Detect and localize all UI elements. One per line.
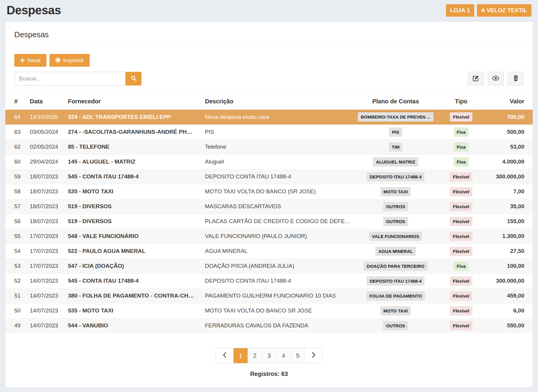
plan-badge: DEPOSITO ITAU 17488-4 xyxy=(367,276,425,286)
type-badge: Fixa xyxy=(454,142,469,152)
row-id: 55 xyxy=(5,229,27,244)
row-value: 35,00 xyxy=(482,199,533,214)
row-supplier: 535 - MOTO TAXI xyxy=(65,184,202,199)
page-button[interactable]: 2 xyxy=(248,348,262,363)
row-date: 14/07/2023 xyxy=(27,273,65,288)
table-row[interactable]: 55 17/07/2023 548 - VALE FUNCIONÁRIO VAL… xyxy=(5,229,533,244)
plan-badge: VALE FUNCIONARIOS xyxy=(369,232,422,241)
search-input[interactable] xyxy=(14,72,125,85)
row-description: MOTO TAXI VOLTA DO BANCO (SR JOSE) xyxy=(202,184,351,199)
table-row[interactable]: 49 14/07/2023 544 - VANUBIO FERRADURAS C… xyxy=(5,318,533,333)
row-supplier: 545 - CONTA ITAU 17488-4 xyxy=(65,273,202,288)
view-button[interactable] xyxy=(488,72,504,85)
page-button[interactable]: 4 xyxy=(276,348,290,363)
row-description: DOAÇÃO P/ICIA (ANDREIA JULIA) xyxy=(202,259,351,273)
row-id: 53 xyxy=(5,259,27,273)
type-badge: Flexível xyxy=(450,172,472,181)
type-badge: Flexível xyxy=(450,202,472,211)
previous-page-button[interactable] xyxy=(216,348,233,363)
row-description: MOTO TAXI VOLTA DO BANCO SR JOSE xyxy=(202,303,351,318)
row-id: 59 xyxy=(5,169,27,184)
row-description: DEPOSITO CONTA ITAU 17488-4 xyxy=(202,169,351,184)
row-date: 14/07/2023 xyxy=(27,318,65,333)
table-row[interactable]: 60 29/04/2024 145 - ALUGUEL - MATRIZ Alu… xyxy=(5,154,533,169)
row-value: 500,00 xyxy=(482,125,533,139)
search-button[interactable] xyxy=(125,72,142,85)
row-value: 300.000,00 xyxy=(482,169,533,184)
row-value: 6,00 xyxy=(482,303,533,318)
table-row[interactable]: 57 18/07/2023 519 - DIVERSOS MASCARAS DE… xyxy=(5,199,533,214)
row-id: 62 xyxy=(5,139,27,154)
print-label: Imprimir xyxy=(63,57,84,64)
row-value: 53,00 xyxy=(482,139,533,154)
pagination: 12345 xyxy=(216,348,322,363)
row-value: 459,00 xyxy=(482,288,533,303)
next-page-button[interactable] xyxy=(305,348,322,363)
page-button[interactable]: 3 xyxy=(262,348,276,363)
new-expense-button[interactable]: Nova xyxy=(14,54,46,67)
row-supplier: 274 - -SACOLITAS-GARANHUNS-ANDRÉ PH… xyxy=(65,125,202,139)
row-supplier: 145 - ALUGUEL - MATRIZ xyxy=(65,154,202,169)
table-row[interactable]: 50 14/07/2023 535 - MOTO TAXI MOTO TAXI … xyxy=(5,303,533,318)
row-supplier: 548 - VALE FUNCIONÁRIO xyxy=(65,229,202,244)
row-description: AGUA MINERAL xyxy=(202,244,351,259)
print-button[interactable]: Imprimir xyxy=(49,54,90,67)
row-value: 4.000,00 xyxy=(482,154,533,169)
row-supplier: 519 - DIVERSOS xyxy=(65,199,202,214)
table-row[interactable]: 59 18/07/2023 545 - CONTA ITAU 17488-4 D… xyxy=(5,169,533,184)
row-date: 03/05/2024 xyxy=(27,125,65,139)
plan-badge: DEPOSITO ITAU 17488-4 xyxy=(367,172,425,181)
plan-badge: OUTROS xyxy=(383,202,408,211)
row-description: DEPOSITO CONTA ITAU 17488-4 xyxy=(202,273,351,288)
column-type: Tipo xyxy=(440,94,482,110)
table-row[interactable]: 62 02/05/2024 85 - TELEFONE Telefone TIM… xyxy=(5,139,533,154)
column-value: Valor xyxy=(482,94,533,110)
plus-icon xyxy=(20,58,25,63)
row-description: PAGAMENTO GUILHERM FUNCIONARIO 10 DIAS xyxy=(202,288,351,303)
delete-button[interactable] xyxy=(508,72,524,85)
page-button[interactable]: 5 xyxy=(290,348,305,363)
plan-badge: AGUA MINERAL xyxy=(375,247,416,256)
row-supplier: 544 - VANUBIO xyxy=(65,318,202,333)
row-value: 1.300,00 xyxy=(482,229,533,244)
table-row[interactable]: 56 18/07/2023 519 - DIVERSOS PLACAS CART… xyxy=(5,214,533,229)
table-header: # Data Fornecedor Descrição Plano de Con… xyxy=(5,94,533,110)
search-icon xyxy=(131,75,136,82)
column-id: # xyxy=(5,94,27,110)
edit-button[interactable] xyxy=(468,72,484,85)
company-badge[interactable]: A VELOZ TEXTIL xyxy=(477,4,531,17)
plan-badge: OUTROS xyxy=(383,321,408,330)
pagination-wrap: 12345 xyxy=(5,348,533,363)
row-date: 17/07/2023 xyxy=(27,259,65,273)
table-row[interactable]: 64 14/10/2025 324 - ADL TRANSPORTES EIRE… xyxy=(5,110,533,125)
table-row[interactable]: 63 03/05/2024 274 - -SACOLITAS-GARANHUNS… xyxy=(5,125,533,139)
type-badge: Flexível xyxy=(450,291,472,301)
edit-icon xyxy=(473,75,479,82)
type-badge: Fixa xyxy=(454,157,469,167)
row-actions xyxy=(468,72,524,85)
table-row[interactable]: 52 14/07/2023 545 - CONTA ITAU 17488-4 D… xyxy=(5,273,533,288)
plan-badge: TIM xyxy=(389,142,402,152)
column-description: Descrição xyxy=(202,94,351,110)
row-date: 14/10/2025 xyxy=(27,110,65,125)
row-description: PLACAS CARTÃO DE CREDITO E CODIGO DE DEF… xyxy=(202,214,351,229)
store-badge[interactable]: LOJA 1 xyxy=(446,4,474,17)
table-row[interactable]: 53 17/07/2023 547 - ICIA (DOAÇÃO) DOAÇÃO… xyxy=(5,259,533,273)
row-description: PIS xyxy=(202,125,351,139)
trash-icon xyxy=(513,75,518,82)
table-row[interactable]: 58 18/07/2023 535 - MOTO TAXI MOTO TAXI … xyxy=(5,184,533,199)
search-row xyxy=(5,67,533,92)
table-row[interactable]: 54 17/07/2023 522 - PAULO AGUA MNERAL AG… xyxy=(5,244,533,259)
expenses-table: # Data Fornecedor Descrição Plano de Con… xyxy=(5,94,533,333)
row-date: 18/07/2023 xyxy=(27,199,65,214)
row-supplier: 547 - ICIA (DOAÇÃO) xyxy=(65,259,202,273)
row-id: 51 xyxy=(5,288,27,303)
row-date: 29/04/2024 xyxy=(27,154,65,169)
row-value: 155,00 xyxy=(482,214,533,229)
row-supplier: 519 - DIVERSOS xyxy=(65,214,202,229)
row-value: 700,00 xyxy=(482,110,533,125)
table-row[interactable]: 51 14/07/2023 380 - FOLHA DE PAGAMENTO -… xyxy=(5,288,533,303)
type-badge: Flexível xyxy=(450,187,472,196)
page-button[interactable]: 1 xyxy=(233,348,248,363)
row-description: Telefone xyxy=(202,139,351,154)
